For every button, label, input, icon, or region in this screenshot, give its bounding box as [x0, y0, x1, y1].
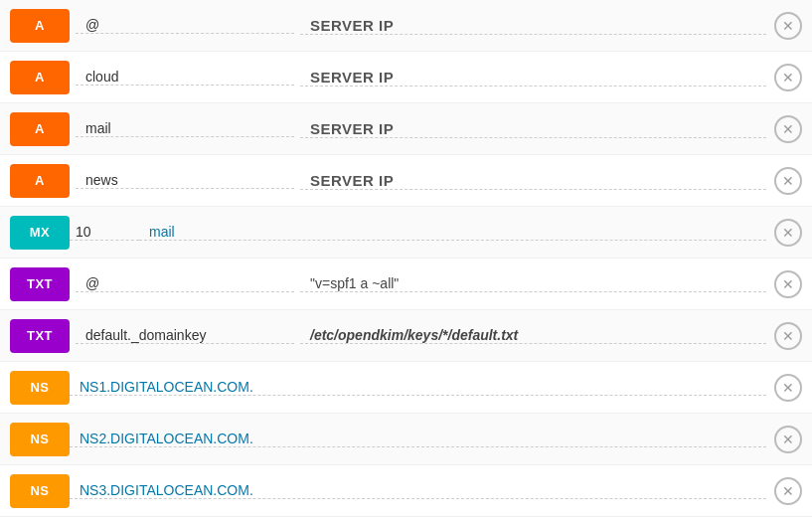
dns-row: AmailSERVER IP✕	[0, 103, 812, 155]
type-badge: A	[10, 164, 70, 198]
type-badge: TXT	[10, 267, 70, 301]
mx-row-inner: 10mail	[70, 224, 766, 241]
delete-record-button[interactable]: ✕	[774, 322, 802, 350]
record-name: mail	[76, 120, 294, 137]
close-icon: ✕	[782, 173, 794, 189]
dns-row: AcloudSERVER IP✕	[0, 52, 812, 103]
type-badge: NS	[10, 371, 70, 405]
dns-row: TXT@"v=spf1 a ~all"✕	[0, 259, 812, 310]
dns-records-list: A@SERVER IP✕AcloudSERVER IP✕AmailSERVER …	[0, 0, 812, 517]
dns-row: NSNS1.DIGITALOCEAN.COM.✕	[0, 362, 812, 414]
dns-row: NSNS2.DIGITALOCEAN.COM.✕	[0, 414, 812, 465]
close-icon: ✕	[782, 70, 794, 86]
mx-priority: 10	[70, 224, 139, 241]
dns-row: MX10mail✕	[0, 207, 812, 259]
delete-record-button[interactable]: ✕	[774, 477, 802, 505]
record-name: default._domainkey	[76, 327, 294, 344]
dns-row: NSNS3.DIGITALOCEAN.COM.✕	[0, 465, 812, 517]
type-badge: A	[10, 112, 70, 146]
record-name: @	[76, 275, 294, 292]
record-value: "v=spf1 a ~all"	[300, 275, 766, 292]
close-icon: ✕	[782, 18, 794, 34]
record-value: SERVER IP	[300, 69, 766, 87]
record-value: SERVER IP	[300, 172, 766, 190]
delete-record-button[interactable]: ✕	[774, 12, 802, 40]
dns-row: A@SERVER IP✕	[0, 0, 812, 52]
record-name: cloud	[76, 69, 294, 86]
type-badge: MX	[10, 216, 70, 250]
dns-row: AnewsSERVER IP✕	[0, 155, 812, 207]
ns-name: NS1.DIGITALOCEAN.COM.	[70, 379, 766, 396]
mx-value: mail	[139, 224, 766, 241]
record-name: @	[76, 17, 294, 34]
close-icon: ✕	[782, 432, 794, 447]
delete-record-button[interactable]: ✕	[774, 64, 802, 91]
delete-record-button[interactable]: ✕	[774, 270, 802, 298]
delete-record-button[interactable]: ✕	[774, 426, 802, 453]
record-value: SERVER IP	[300, 17, 766, 35]
dns-row: TXTdefault._domainkey/etc/opendkim/keys/…	[0, 310, 812, 362]
type-badge: A	[10, 61, 70, 94]
type-badge: NS	[10, 423, 70, 456]
record-value: /etc/opendkim/keys/*/default.txt	[300, 327, 766, 344]
close-icon: ✕	[782, 328, 794, 344]
close-icon: ✕	[782, 276, 794, 292]
close-icon: ✕	[782, 121, 794, 137]
delete-record-button[interactable]: ✕	[774, 219, 802, 247]
close-icon: ✕	[782, 225, 794, 241]
type-badge: TXT	[10, 319, 70, 353]
ns-name: NS3.DIGITALOCEAN.COM.	[70, 482, 766, 499]
close-icon: ✕	[782, 483, 794, 499]
record-name: news	[76, 172, 294, 189]
delete-record-button[interactable]: ✕	[774, 374, 802, 402]
type-badge: A	[10, 9, 70, 43]
record-value: SERVER IP	[300, 120, 766, 138]
type-badge: NS	[10, 474, 70, 508]
delete-record-button[interactable]: ✕	[774, 115, 802, 143]
ns-name: NS2.DIGITALOCEAN.COM.	[70, 431, 766, 447]
close-icon: ✕	[782, 380, 794, 396]
delete-record-button[interactable]: ✕	[774, 167, 802, 195]
